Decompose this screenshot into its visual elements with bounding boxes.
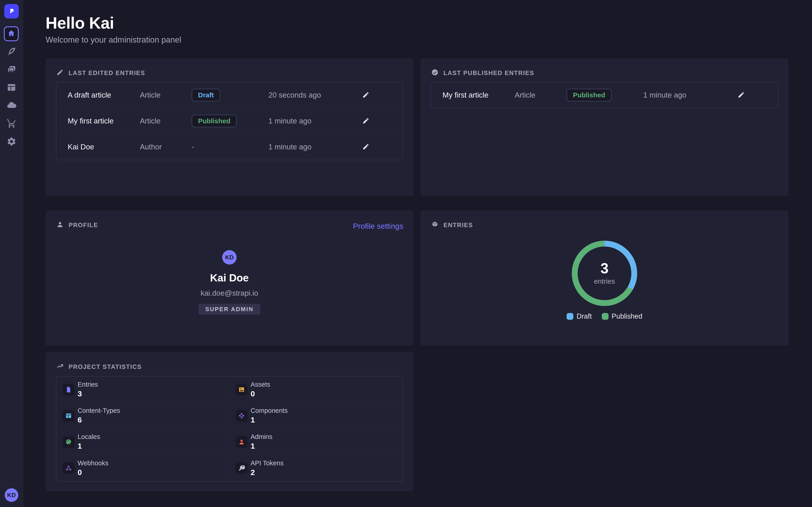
- stat-cell-locales: Locales 1: [56, 429, 230, 455]
- edit-entry-button[interactable]: [361, 90, 371, 100]
- status-empty: -: [192, 143, 194, 151]
- table-row: My first article Article Published 1 min…: [56, 108, 402, 134]
- doc-icon: [63, 384, 74, 395]
- stat-value: 1: [251, 442, 272, 450]
- key-icon: [236, 462, 247, 474]
- widget-title-label: PROFILE: [68, 222, 98, 229]
- entries-donut-chart: 3 entries: [572, 241, 637, 306]
- edit-entry-button[interactable]: [361, 116, 371, 126]
- sidebar-item-home[interactable]: [4, 26, 19, 41]
- stat-value: 0: [78, 468, 108, 477]
- gear-icon: [6, 136, 16, 147]
- edit-entry-button[interactable]: [361, 142, 371, 152]
- entry-name: My first article: [443, 91, 515, 99]
- shapes-icon: [236, 410, 247, 421]
- legend-label: Published: [612, 312, 642, 321]
- stat-label: Assets: [251, 381, 270, 388]
- status-badge: Draft: [192, 89, 220, 101]
- stat-label: Components: [251, 407, 288, 414]
- stat-cell-content-types: Content-Types 6: [56, 403, 230, 429]
- edit-entry-button[interactable]: [736, 90, 746, 100]
- widget-title-label: LAST EDITED ENTRIES: [68, 70, 145, 76]
- last-published-table: My first article Article Published 1 min…: [431, 82, 778, 108]
- entry-name: Kai Doe: [68, 143, 140, 151]
- legend-label: Draft: [576, 312, 592, 321]
- published-swatch: [602, 313, 609, 320]
- sidebar-item-settings[interactable]: [0, 133, 23, 151]
- entry-name: A draft article: [68, 91, 140, 99]
- entry-type: Author: [140, 143, 192, 151]
- stat-cell-components: Components 1: [230, 403, 402, 429]
- stats-table: Entries 3 Assets 0 Content-Types: [56, 376, 403, 482]
- pencil-icon: [362, 91, 369, 99]
- stat-value: 1: [251, 415, 288, 424]
- stat-value: 0: [251, 389, 270, 398]
- images-icon: [6, 64, 16, 75]
- role-badge: SUPER ADMIN: [199, 304, 260, 315]
- draft-swatch: [567, 313, 573, 320]
- table-row: Kai Doe Author - 1 minute ago: [56, 134, 402, 160]
- strapi-logo[interactable]: [4, 4, 19, 18]
- person-icon: [56, 221, 64, 230]
- layout-icon: [6, 82, 16, 93]
- person-icon: [236, 436, 247, 448]
- stat-label: Admins: [251, 433, 272, 441]
- widget-title-label: PROJECT STATISTICS: [68, 363, 142, 371]
- donut-center: 3 entries: [578, 246, 631, 300]
- cart-icon: [6, 118, 16, 129]
- sidebar-item-marketplace[interactable]: [0, 115, 23, 133]
- widget-title: LAST EDITED ENTRIES: [56, 69, 145, 77]
- pencil-icon: [56, 69, 64, 77]
- sidebar-item-content-manager[interactable]: [0, 43, 23, 61]
- stat-cell-api-tokens: API Tokens 2: [230, 455, 402, 481]
- widget-title-label: LAST PUBLISHED ENTRIES: [444, 70, 534, 76]
- pencil-icon: [362, 117, 369, 125]
- profile-settings-link[interactable]: Profile settings: [353, 222, 403, 230]
- stat-value: 3: [78, 389, 98, 398]
- stat-value: 2: [251, 468, 284, 477]
- stat-label: API Tokens: [251, 459, 284, 467]
- stat-label: Webhooks: [78, 459, 108, 467]
- profile-name: Kai Doe: [210, 272, 249, 284]
- widget-title: PROFILE: [56, 221, 98, 230]
- entry-time: 1 minute ago: [268, 143, 361, 151]
- sidebar-item-media-library[interactable]: [0, 61, 23, 79]
- strapi-admin-dashboard: KD Hello Kai Welcome to your administrat…: [0, 0, 812, 507]
- entry-time: 1 minute ago: [268, 117, 361, 125]
- page-subtitle: Welcome to your administration panel: [46, 35, 181, 45]
- profile-body: KD Kai Doe kai.doe@strapi.io SUPER ADMIN: [46, 250, 413, 315]
- picture-icon: [236, 384, 247, 395]
- last-published-entries-widget: LAST PUBLISHED ENTRIES My first article …: [420, 58, 789, 196]
- entry-time: 20 seconds ago: [268, 91, 361, 99]
- last-edited-entries-widget: LAST EDITED ENTRIES A draft article Arti…: [46, 58, 413, 196]
- page-title: Hello Kai: [46, 14, 181, 32]
- last-edited-table: A draft article Article Draft 20 seconds…: [56, 82, 403, 160]
- globe-icon: [63, 436, 74, 448]
- user-avatar[interactable]: KD: [5, 488, 18, 502]
- avatar: KD: [222, 250, 237, 265]
- widget-title: ENTRIES: [431, 221, 473, 230]
- pencil-icon: [738, 91, 745, 99]
- entry-type: Article: [515, 91, 567, 99]
- cloud-icon: [6, 101, 16, 111]
- sidebar-item-deploy[interactable]: [0, 97, 23, 115]
- widget-title: LAST PUBLISHED ENTRIES: [431, 69, 534, 77]
- sidebar-divider-top: [0, 22, 23, 23]
- stat-label: Locales: [78, 433, 100, 441]
- profile-email: kai.doe@strapi.io: [201, 289, 258, 297]
- stat-label: Content-Types: [78, 407, 120, 414]
- chart-legend: Draft Published: [420, 312, 789, 321]
- layout-icon: [63, 410, 74, 421]
- sidebar-nav: [0, 43, 23, 151]
- entry-type: Article: [140, 91, 192, 99]
- home-icon: [7, 29, 15, 38]
- legend-item-draft: Draft: [567, 312, 592, 321]
- trending-up-icon: [56, 362, 64, 371]
- widget-title: PROJECT STATISTICS: [56, 362, 142, 371]
- sidebar: KD: [0, 0, 23, 507]
- sidebar-item-content-type-builder[interactable]: [0, 79, 23, 97]
- widget-title-label: ENTRIES: [444, 222, 473, 229]
- stat-cell-entries: Entries 3: [56, 377, 230, 403]
- stat-cell-webhooks: Webhooks 0: [56, 455, 230, 481]
- stat-label: Entries: [78, 381, 98, 388]
